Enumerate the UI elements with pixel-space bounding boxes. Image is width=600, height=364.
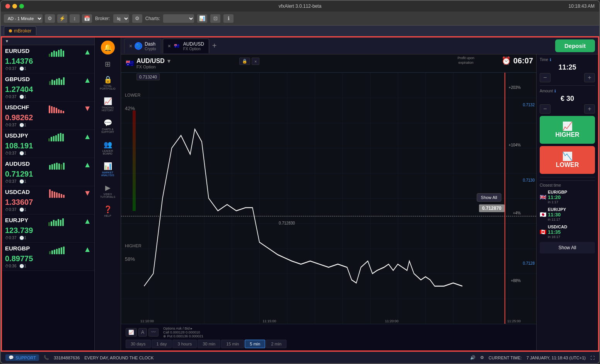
ticker-AUDUSD[interactable]: AUDUSD ▲ 0.71291 ⏱0:37🕐1: [2, 158, 94, 186]
amount-increase[interactable]: +: [584, 104, 595, 114]
ticker-USDCHF[interactable]: USDCHF ▼ 0.98262 ⏱0:37🕐1: [2, 102, 94, 130]
show-all-button-panel[interactable]: Show All: [540, 242, 595, 253]
chart-pair-info: AUD/USD ▼ FX Option: [136, 58, 172, 69]
ticker-price-gbpusd: 1.27404: [5, 85, 91, 94]
nav-history[interactable]: 📈 TRADINGHISTORY: [96, 94, 119, 115]
tab-add-button[interactable]: +: [211, 40, 218, 52]
nav-market[interactable]: 📊 MARKETANALYSIS: [96, 159, 119, 180]
chart-tool-3[interactable]: 〰: [148, 328, 159, 337]
tab-dash-label: Dash: [145, 41, 156, 47]
support-badge[interactable]: 💬 SUPPORT: [5, 354, 39, 361]
chart-pair-label: AUD/USD: [136, 58, 165, 65]
tab-dash-crypto[interactable]: × 🔵 Dash Crypto: [124, 39, 161, 53]
time-value: 11:25: [540, 63, 595, 71]
nav-chat-label: CHATS &SUPPORT: [101, 128, 114, 133]
charts-select[interactable]: [163, 14, 194, 23]
toolbar-icon-1[interactable]: ⚙: [45, 14, 55, 23]
closest-sub-1: in 1:17: [548, 200, 595, 204]
closest-sub-2: in 11:17: [548, 218, 595, 221]
ticker-symbol-eurgbp: EURGBP: [5, 245, 30, 252]
time-4: 11:25:00: [507, 319, 521, 323]
nav-leaderboard[interactable]: 👥 LEADERBOARD: [96, 137, 119, 158]
tab-aud-usd[interactable]: × 🇦🇺 AUD/USD FX Option: [163, 39, 209, 53]
timeframe-row: 30 days 1 day 3 hours 30 min 15 min 5 mi…: [126, 340, 532, 348]
chart-tool-1[interactable]: 📈: [126, 328, 137, 337]
tf-3hours[interactable]: 3 hours: [172, 340, 197, 348]
closest-info-1: EUR/GBP 11:20 in 1:17: [548, 190, 595, 204]
amount-decrease[interactable]: −: [540, 104, 551, 114]
mac-window-controls: [5, 4, 24, 9]
nav-leaderboard-label: LEADERBOARD: [102, 150, 113, 155]
charts-icon-1[interactable]: 📊: [197, 14, 207, 23]
toolbar-left: AD - 1 Minute ⚙ ⚡ ↕ 📅: [4, 14, 92, 23]
ticker-header: ▼: [2, 37, 94, 45]
ticker-meta-eurusd: ⏱0:37🕐1: [5, 66, 91, 71]
amount-info-icon: ℹ: [554, 89, 556, 93]
mode-select[interactable]: AD - 1 Minute: [4, 14, 43, 23]
time-increase[interactable]: +: [584, 73, 595, 82]
chart-tool-2[interactable]: A: [138, 328, 147, 337]
closest-title: Closest time: [540, 183, 595, 187]
tf-5min[interactable]: 5 min: [245, 340, 265, 348]
nav-help[interactable]: ❓ HELP: [96, 202, 119, 220]
time-3: 11:20:00: [385, 319, 399, 323]
settings-icon[interactable]: ⚙: [480, 355, 484, 360]
lock-icon: 🔒: [104, 75, 112, 84]
nav-video-label: VIDEOTUTORIALS: [100, 193, 115, 198]
nav-logo[interactable]: 🔔: [101, 41, 115, 54]
close-dot[interactable]: [5, 4, 10, 9]
nav-portfolio[interactable]: 🔒 TOTALPORTFOLIO: [96, 72, 119, 93]
toolbar-broker-icon[interactable]: ⚙: [132, 14, 142, 23]
tf-15min[interactable]: 15 min: [221, 340, 244, 348]
toolbar-icon-4[interactable]: 📅: [82, 14, 92, 23]
closest-pair-2: EUR/JPY: [548, 207, 595, 212]
lower-button[interactable]: 📉 LOWER: [540, 146, 595, 174]
ticker-price-eurjpy: 123.739: [5, 226, 91, 235]
time-decrease[interactable]: −: [540, 73, 551, 82]
broker-tab[interactable]: mBroker: [4, 26, 36, 35]
ticker-USDJPY[interactable]: USDJPY ▲ 108.191 ⏱0:37🕐1: [2, 130, 94, 158]
tf-30min[interactable]: 30 min: [198, 340, 220, 348]
ticker-GBPUSD[interactable]: GBPUSD ▲ 1.27404 ⏱0:37🕐1: [2, 73, 94, 102]
tf-30days[interactable]: 30 days: [126, 340, 151, 348]
show-all-button[interactable]: Show All: [477, 193, 501, 202]
chart-dropdown-arrow[interactable]: ▼: [166, 58, 172, 64]
tab-aud-close[interactable]: ×: [168, 43, 171, 49]
nav-video[interactable]: ▶ VIDEOTUTORIALS: [96, 180, 119, 201]
higher-button[interactable]: 📈 HIGHER: [540, 116, 595, 144]
timer-value: 06:07: [513, 56, 533, 65]
ticker-EURJPY[interactable]: EURJPY ▲ 123.739 ⏱0:37🕐1: [2, 214, 94, 243]
tf-2min[interactable]: 2 min: [266, 340, 286, 348]
ticker-arrow-audusd: ▲: [84, 160, 91, 169]
ticker-EURGBP[interactable]: EURGBP ▲ 0.89775 ⏱0:36🕐1: [2, 243, 94, 271]
ticker-meta-usdchf: ⏱0:37🕐1: [5, 123, 91, 127]
nav-grid[interactable]: ⊞: [96, 57, 119, 71]
amount-value: € 30: [540, 95, 595, 103]
broker-select[interactable]: lq: [113, 14, 129, 23]
toolbar-icon-2[interactable]: ⚡: [57, 14, 67, 23]
toolbar-icon-3[interactable]: ↕: [70, 14, 80, 23]
charts-icon-3[interactable]: ℹ: [223, 14, 234, 23]
phone-icon: 📞: [44, 355, 49, 360]
ticker-EURUSD[interactable]: EURUSD ▲ 1.14376 ⏱0:37🕐1: [2, 45, 94, 73]
right-panel: Time ℹ 11:25 − + Amount: [536, 54, 598, 350]
deposit-button[interactable]: Deposit: [555, 39, 595, 52]
options-put: ⊕ Put 0.000136 0.000021: [163, 334, 203, 338]
app-body: ▼ EURUSD ▲ 1.14376: [1, 36, 599, 352]
fullscreen-icon[interactable]: ⛶: [590, 355, 595, 360]
volume-icon[interactable]: 🔊: [470, 355, 476, 360]
time-field-label: Time ℹ: [540, 58, 595, 62]
minimize-dot[interactable]: [12, 4, 17, 9]
support-icon: 💬: [9, 355, 14, 360]
leaderboard-icon: 👥: [104, 140, 112, 149]
tab-dash-close[interactable]: ×: [129, 43, 132, 49]
chart-control-cross[interactable]: ×: [252, 58, 259, 65]
charts-icon-2[interactable]: ⊡: [210, 14, 220, 23]
ticker-USDCAD[interactable]: USDCAD ▼ 1.33607 ⏱0:37🕐1: [2, 186, 94, 214]
nav-chat[interactable]: 💬 CHATS &SUPPORT: [96, 116, 119, 136]
lower-icon: 📉: [545, 151, 590, 162]
tf-1day[interactable]: 1 day: [152, 340, 172, 348]
maximize-dot[interactable]: [19, 4, 24, 9]
amount-field: Amount ℹ € 30 − +: [540, 89, 595, 114]
chart-control-lock[interactable]: 🔒: [239, 58, 250, 65]
